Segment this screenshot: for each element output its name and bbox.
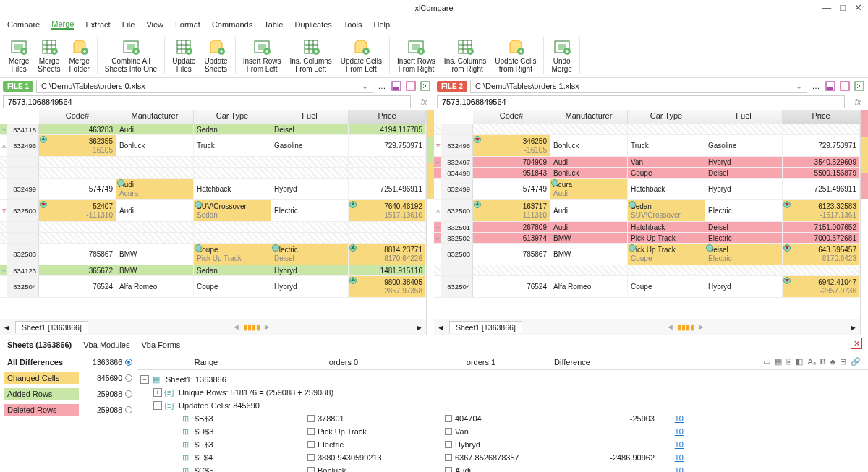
- bold-icon[interactable]: B: [820, 357, 826, 366]
- link[interactable]: 10: [655, 466, 684, 472]
- tool-icon[interactable]: Aₐ: [807, 357, 815, 366]
- maximize-icon[interactable]: □: [840, 2, 846, 13]
- cell[interactable]: 7251.496911: [349, 179, 426, 199]
- cell[interactable]: BMW: [116, 244, 194, 265]
- cell[interactable]: Hybryd: [705, 179, 783, 199]
- table-row[interactable]: →832501267809AudiHatchbackDeisel7151.007…: [434, 222, 860, 233]
- fx2-input[interactable]: [437, 95, 845, 108]
- table-row[interactable]: △832500163717111310AudiSedanSUV\Crossove…: [434, 200, 860, 222]
- menu-duplicates[interactable]: Duplicates: [294, 20, 331, 29]
- expand-icon[interactable]: +: [153, 388, 162, 397]
- file2-more-icon[interactable]: …: [810, 80, 822, 92]
- cell[interactable]: Gasoline: [271, 135, 349, 156]
- table-row[interactable]: 832499574749AudiAcuraHatchbackHybryd7251…: [0, 179, 426, 200]
- tool-icon[interactable]: ▦: [775, 357, 782, 366]
- ribbon-insert-rows-from-left[interactable]: Insert Rows From Left: [240, 37, 284, 74]
- cell[interactable]: 785867: [473, 244, 550, 265]
- ribbon-update-files[interactable]: Update Files: [169, 37, 198, 74]
- cell[interactable]: BMW: [550, 233, 628, 243]
- cell[interactable]: [271, 222, 349, 232]
- radio-icon[interactable]: [125, 406, 132, 413]
- close-icon[interactable]: ✕: [854, 2, 862, 13]
- row-header[interactable]: [441, 265, 473, 275]
- cell[interactable]: [473, 124, 550, 134]
- cell[interactable]: Electric: [705, 200, 783, 221]
- row-header[interactable]: 832503: [7, 244, 39, 265]
- cell[interactable]: 1481.915116: [349, 265, 426, 275]
- cell[interactable]: 6942.41047-2857.9736: [783, 276, 860, 297]
- col-cartype[interactable]: Car Type: [628, 110, 705, 124]
- cell[interactable]: 4194.117785: [349, 124, 426, 134]
- row-header[interactable]: 832500: [7, 200, 39, 221]
- cell[interactable]: Hybryd: [705, 276, 783, 297]
- row-header[interactable]: [7, 233, 39, 243]
- cell[interactable]: 163717111310: [473, 200, 550, 221]
- table-row[interactable]: 83250476524Alfa RomeoCoupeHybryd6942.410…: [434, 276, 860, 298]
- cell[interactable]: [194, 168, 271, 178]
- cell[interactable]: [39, 222, 116, 232]
- cell[interactable]: Coupe: [628, 168, 705, 178]
- checkbox[interactable]: [307, 415, 315, 422]
- file1-more-icon[interactable]: …: [376, 80, 388, 92]
- cell[interactable]: Truck: [628, 135, 705, 156]
- cell[interactable]: [271, 168, 349, 178]
- cell[interactable]: 52407-111310: [39, 200, 116, 221]
- ribbon-update-cells-from-right[interactable]: Update Cells from Right: [492, 37, 539, 74]
- cell[interactable]: [116, 233, 194, 243]
- row-header[interactable]: 832499: [7, 179, 39, 199]
- cell[interactable]: [705, 124, 783, 134]
- diff-row[interactable]: ⊞$B$3378801404704-2590310: [137, 412, 868, 425]
- fx1-input[interactable]: [3, 95, 411, 108]
- cell[interactable]: SUV\CrossoverSedan: [194, 200, 271, 221]
- ribbon-ins-columns-from-left[interactable]: Ins. Columns From Left: [286, 37, 334, 74]
- checkbox[interactable]: [445, 441, 452, 448]
- row-header[interactable]: [7, 222, 39, 232]
- col-fuel[interactable]: Fuel: [271, 110, 349, 124]
- right-tab-next[interactable]: ►: [849, 323, 857, 332]
- cell[interactable]: [349, 233, 426, 243]
- bottom-close-icon[interactable]: ✕: [851, 338, 862, 349]
- row-header[interactable]: 834118: [7, 124, 39, 134]
- ribbon-combine-all-sheets-into-one[interactable]: Combine All Sheets Into One: [102, 37, 160, 74]
- cell[interactable]: [783, 124, 860, 134]
- table-row[interactable]: →834498951843BonluckCoupeDeisel5500.1568…: [434, 168, 860, 179]
- bottom-tab-2[interactable]: Vba Forms: [142, 340, 181, 349]
- cell[interactable]: Coupe: [628, 276, 705, 297]
- table-row[interactable]: [434, 265, 860, 276]
- cell[interactable]: 785867: [39, 244, 116, 265]
- ribbon-ins-columns-from-right[interactable]: Ins. Columns From Right: [441, 37, 489, 74]
- cell[interactable]: 7151.007652: [783, 222, 860, 232]
- checkbox[interactable]: [307, 441, 315, 448]
- cell[interactable]: 463283: [39, 124, 116, 134]
- tool-icon[interactable]: ⊞: [840, 357, 846, 366]
- tool-icon[interactable]: ⎘: [786, 357, 791, 366]
- diff-row[interactable]: ⊞$E$3ElectricHybryd10: [137, 438, 868, 451]
- cell[interactable]: 8814.237718170.64226: [349, 244, 426, 265]
- cell[interactable]: AcuraAudi: [550, 179, 628, 199]
- diff-row[interactable]: +{≡}Unique Rows: 518176 = (259088 + 2590…: [137, 386, 868, 399]
- link[interactable]: 10: [655, 414, 684, 423]
- table-row[interactable]: [0, 157, 426, 168]
- link-icon[interactable]: 🔗: [851, 357, 861, 366]
- menu-format[interactable]: Format: [175, 20, 200, 29]
- cell[interactable]: [705, 265, 783, 275]
- checkbox[interactable]: [307, 454, 315, 461]
- collapse-icon[interactable]: −: [153, 401, 162, 410]
- left-sheet-tab[interactable]: Sheet1 [1363866]: [15, 321, 88, 333]
- link[interactable]: 10: [655, 427, 684, 436]
- col-fuel[interactable]: Fuel: [705, 110, 783, 124]
- cell[interactable]: 7640.461921517.13610: [349, 200, 426, 221]
- cell[interactable]: Alfa Romeo: [116, 276, 194, 297]
- file2-edit-icon[interactable]: [839, 80, 851, 92]
- checkbox[interactable]: [307, 428, 315, 435]
- right-sheet-tab[interactable]: Sheet1 [1363866]: [449, 321, 522, 333]
- row-header[interactable]: 832504: [7, 276, 39, 297]
- collapse-icon[interactable]: −: [140, 375, 149, 384]
- cell[interactable]: [116, 168, 194, 178]
- row-header[interactable]: 834498: [441, 168, 473, 178]
- tool-icon[interactable]: ▭: [763, 357, 770, 366]
- diff-body[interactable]: −▦Sheet1: 1363866+{≡}Unique Rows: 518176…: [137, 370, 868, 472]
- col-code[interactable]: Code#: [39, 110, 116, 124]
- diff-row[interactable]: ⊞$C$5BonluckAudi10: [137, 464, 868, 472]
- table-row[interactable]: 832503785867BMWPick Up TrackCoupeDeiselE…: [434, 244, 860, 265]
